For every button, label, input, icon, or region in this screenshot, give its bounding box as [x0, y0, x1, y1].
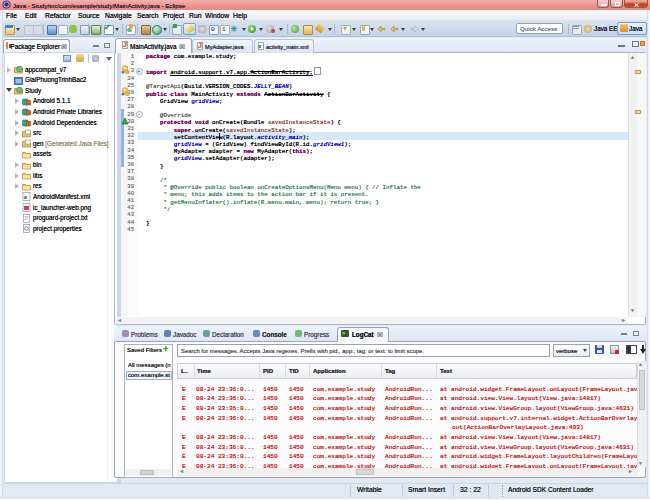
svg-text:a: a: [24, 194, 27, 200]
